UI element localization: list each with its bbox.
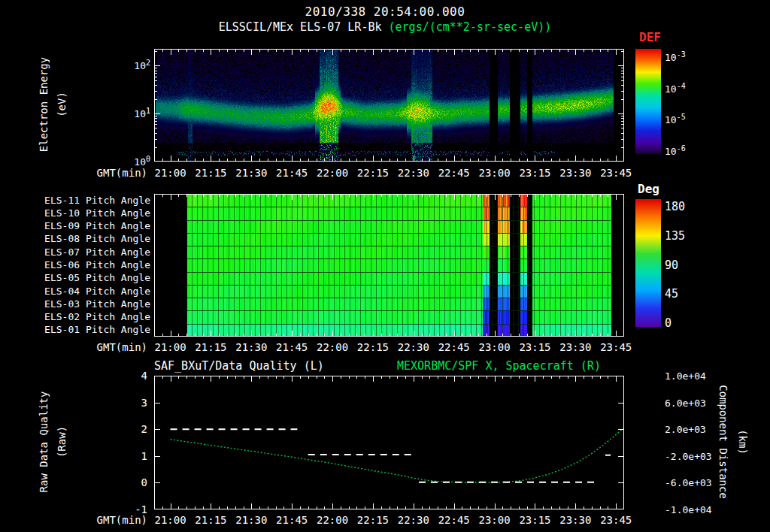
pitch-row-label: ELS-09 Pitch Angle (0, 220, 150, 231)
quality-ylabel-line2: (Raw) (56, 359, 68, 524)
quality-y-tick-label: 1 (113, 450, 147, 462)
x-tick-label: 23:00 (472, 514, 517, 526)
distance-y-tick-label: -1.0e+04 (665, 504, 725, 515)
def-colorbar-tick-label: 10-3 (665, 50, 717, 63)
x-tick-label: 21:15 (188, 514, 233, 526)
x-tick-label: 23:30 (553, 341, 598, 353)
x-tick-label: 22:30 (391, 514, 436, 526)
spectrogram-y-tick-label: 101 (113, 107, 150, 119)
distance-ylabel-line1: Component Distance (717, 359, 729, 524)
quality-y-tick-label: 2 (113, 423, 147, 435)
plot-screen: 2010/338 20:54:00.000 ELSSCIL/MEx ELS-07… (0, 0, 770, 532)
x-tick-label: 23:45 (593, 341, 638, 353)
quality-title-left: SAF_BXuT/Data Quality (L) (154, 359, 324, 373)
deg-colorbar-tick-label: 180 (665, 200, 710, 213)
distance-y-tick-label: 2.0e+03 (665, 424, 725, 435)
spectrogram-y-tick-label: 100 (113, 155, 150, 168)
distance-ylabel-line2: (km) (737, 359, 749, 524)
instrument-label: ELSSCIL/MEx ELS-07 LR-Bk (219, 20, 382, 34)
distance-y-tick-label: -6.0e+03 (665, 477, 725, 488)
pitch-row-label: ELS-05 Pitch Angle (0, 272, 150, 283)
x-tick-label: 22:45 (432, 341, 477, 353)
x-tick-label: 22:15 (350, 514, 396, 526)
spectrogram-ylabel-line2: (eV) (56, 22, 68, 187)
gmt-label-bottom: GMT(min) (81, 514, 147, 526)
x-tick-label: 22:45 (432, 167, 477, 179)
x-tick-label: 21:45 (269, 167, 314, 179)
distance-y-tick-label: 6.0e+03 (665, 397, 725, 409)
quality-y-tick-label: 3 (113, 397, 147, 409)
pitch-row-label: ELS-03 Pitch Angle (0, 298, 150, 310)
units-label: (ergs/(cm**2-sr-sec-eV)) (389, 20, 552, 34)
x-tick-label: 21:30 (229, 341, 274, 353)
x-tick-label: 22:30 (391, 341, 436, 353)
x-tick-label: 22:00 (310, 167, 355, 179)
pitch-row-label: ELS-04 Pitch Angle (0, 286, 150, 297)
quality-y-tick-label: 0 (113, 476, 147, 488)
def-colorbar-tick-label: 10-5 (665, 113, 717, 125)
deg-colorbar-tick-label: 45 (665, 287, 710, 301)
plot-timestamp: 2010/338 20:54:00.000 (0, 5, 770, 19)
deg-colorbar-title: Deg (638, 182, 659, 196)
x-tick-label: 21:15 (188, 167, 233, 179)
x-tick-label: 21:45 (269, 341, 314, 353)
gmt-label-top: GMT(min) (81, 167, 147, 179)
def-colorbar (635, 49, 661, 154)
pitch-row-label: ELS-10 Pitch Angle (0, 207, 150, 219)
def-colorbar-tick-label: 10-6 (665, 144, 717, 157)
x-tick-label: 23:00 (472, 341, 517, 353)
quality-y-tick-label: 4 (113, 370, 147, 382)
x-tick-label: 23:15 (512, 514, 557, 526)
pitch-row-label: ELS-01 Pitch Angle (0, 324, 150, 335)
x-tick-label: 22:45 (432, 514, 477, 526)
x-tick-label: 23:15 (512, 167, 557, 179)
x-tick-label: 22:15 (350, 341, 396, 353)
x-tick-label: 21:00 (148, 167, 193, 179)
x-tick-label: 23:45 (593, 167, 638, 179)
x-tick-label: 23:30 (553, 167, 598, 179)
quality-ylabel-line1: Raw Data Quality (38, 359, 50, 524)
quality-distance-plot-canvas (154, 376, 624, 509)
x-tick-label: 21:45 (269, 514, 314, 526)
distance-y-tick-label: -2.0e+03 (665, 451, 725, 462)
x-tick-label: 22:00 (310, 514, 355, 526)
spectrogram-ylabel-line1: Electron Energy (38, 22, 50, 187)
pitch-angle-heatmap-canvas (154, 194, 624, 337)
pitch-row-label: ELS-08 Pitch Angle (0, 233, 150, 244)
x-tick-label: 21:15 (188, 341, 233, 353)
electron-energy-spectrogram-canvas (154, 49, 624, 162)
x-tick-label: 23:15 (512, 341, 557, 353)
x-tick-label: 22:30 (391, 167, 436, 179)
x-tick-label: 23:45 (593, 514, 638, 526)
x-tick-label: 21:00 (148, 341, 193, 353)
x-tick-label: 22:15 (350, 167, 396, 179)
def-colorbar-tick-label: 10-4 (665, 82, 717, 95)
def-colorbar-title: DEF (639, 30, 661, 44)
pitch-row-label: ELS-06 Pitch Angle (0, 259, 150, 271)
x-tick-label: 21:30 (229, 514, 274, 526)
gmt-label-middle: GMT(min) (81, 341, 147, 353)
pitch-row-label: ELS-07 Pitch Angle (0, 246, 150, 258)
quality-title-right: MEXORBMC/SPF X, Spacecraft (R) (397, 359, 601, 373)
distance-y-tick-label: 1.0e+04 (665, 370, 725, 382)
spectrogram-y-tick-label: 102 (113, 59, 150, 71)
pitch-row-label: ELS-11 Pitch Angle (0, 195, 150, 206)
deg-colorbar-tick-label: 0 (665, 316, 710, 330)
x-tick-label: 23:30 (553, 514, 598, 526)
x-tick-label: 21:30 (229, 167, 274, 179)
deg-colorbar (635, 199, 661, 327)
deg-colorbar-tick-label: 135 (665, 229, 710, 243)
x-tick-label: 23:00 (472, 167, 517, 179)
x-tick-label: 21:00 (148, 514, 193, 526)
pitch-row-label: ELS-02 Pitch Angle (0, 311, 150, 322)
x-tick-label: 22:00 (310, 341, 355, 353)
deg-colorbar-tick-label: 90 (665, 258, 710, 272)
